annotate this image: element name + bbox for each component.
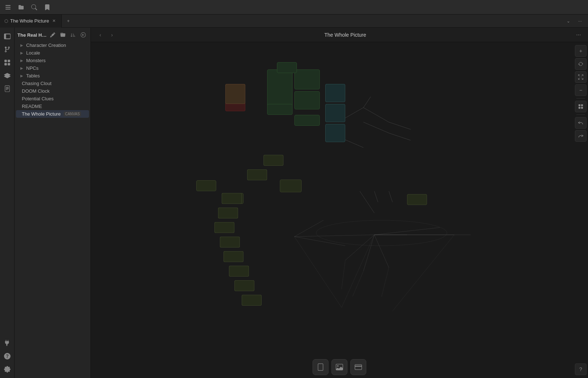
canvas-node-wide[interactable] bbox=[267, 104, 293, 115]
grid-view-button[interactable] bbox=[575, 101, 587, 112]
canvas-more-button[interactable]: ··· bbox=[573, 30, 584, 40]
sort-icon[interactable] bbox=[69, 31, 77, 39]
note-button[interactable] bbox=[313, 359, 329, 375]
content-area: ‹ › The Whole Picture ··· bbox=[91, 28, 588, 378]
bookmark-icon[interactable] bbox=[42, 2, 52, 12]
help-icon[interactable] bbox=[1, 350, 13, 362]
sidebar-section: ▶ Character Creation ▶ Locale ▶ Monsters… bbox=[15, 41, 90, 118]
canvas-node[interactable] bbox=[247, 169, 267, 180]
svg-line-7 bbox=[389, 122, 411, 129]
canvas-node-green2[interactable] bbox=[294, 69, 320, 89]
canvas-node[interactable] bbox=[234, 280, 254, 291]
nav-forward-button[interactable]: › bbox=[107, 30, 117, 40]
redo-button[interactable] bbox=[575, 130, 587, 142]
zoom-out-button[interactable]: − bbox=[575, 84, 587, 96]
zoom-fit-button[interactable] bbox=[575, 71, 587, 83]
svg-rect-1 bbox=[5, 7, 11, 8]
active-tab[interactable]: ⬡ The Whole Picture ✕ bbox=[0, 15, 62, 28]
svg-line-9 bbox=[363, 97, 371, 108]
plugin-icon[interactable] bbox=[1, 337, 13, 349]
chevron-right-icon: ▶ bbox=[20, 51, 25, 55]
canvas-node-green3[interactable] bbox=[294, 91, 320, 109]
sidebar-item-potential-clues[interactable]: Potential Clues bbox=[16, 95, 89, 102]
sidebar-item-npcs[interactable]: ▶ NPCs bbox=[16, 64, 89, 72]
sidebar-item-chasing-clout[interactable]: Chasing Clout bbox=[16, 80, 89, 87]
chevron-right-icon: ▶ bbox=[20, 43, 25, 47]
nav-back-button[interactable]: ‹ bbox=[95, 30, 105, 40]
sidebar-item-locale[interactable]: ▶ Locale bbox=[16, 49, 89, 57]
right-toolbar: + − bbox=[573, 42, 588, 378]
canvas-node[interactable] bbox=[225, 84, 245, 104]
sidebar-item-monsters[interactable]: ▶ Monsters bbox=[16, 57, 89, 64]
sidebar-item-label: Character Creation bbox=[26, 43, 86, 48]
new-note-icon[interactable] bbox=[48, 31, 57, 39]
git-branch-icon[interactable] bbox=[1, 44, 13, 55]
canvas-node[interactable] bbox=[223, 251, 243, 262]
sidebar-item-label: Tables bbox=[26, 73, 86, 79]
tab-collapse-icon[interactable]: ⌄ bbox=[563, 16, 573, 26]
chevron-right-icon: ▶ bbox=[20, 74, 25, 78]
sidebar-icon[interactable] bbox=[1, 31, 13, 42]
tab-more-icon[interactable]: ··· bbox=[575, 16, 585, 26]
svg-line-16 bbox=[294, 237, 345, 246]
settings-icon[interactable] bbox=[1, 363, 13, 375]
grid-icon[interactable] bbox=[1, 57, 13, 68]
canvas-node[interactable] bbox=[229, 266, 249, 277]
canvas-node-wide2[interactable] bbox=[294, 115, 320, 126]
undo-button[interactable] bbox=[575, 117, 587, 129]
svg-line-29 bbox=[382, 268, 389, 297]
svg-line-10 bbox=[360, 191, 367, 202]
canvas-node[interactable] bbox=[222, 193, 242, 204]
canvas-node-small[interactable] bbox=[277, 62, 297, 73]
svg-line-26 bbox=[392, 235, 454, 311]
canvas-node[interactable] bbox=[218, 208, 238, 218]
sidebar-item-readme[interactable]: README bbox=[16, 102, 89, 110]
card-button[interactable] bbox=[350, 359, 366, 375]
canvas-node[interactable] bbox=[242, 295, 262, 306]
canvas-node[interactable] bbox=[220, 237, 240, 248]
tabbar: ⬡ The Whole Picture ✕ + ⌄ ··· bbox=[0, 15, 588, 28]
canvas-node[interactable] bbox=[407, 194, 427, 205]
canvas-node-hub[interactable] bbox=[280, 180, 302, 192]
sidebar-item-doom-clock[interactable]: DOOM Clock bbox=[16, 87, 89, 95]
sidebar-item-character-creation[interactable]: ▶ Character Creation bbox=[16, 41, 89, 49]
sidebar-item-tables[interactable]: ▶ Tables bbox=[16, 72, 89, 80]
canvas-node-top-green[interactable] bbox=[267, 69, 293, 109]
canvas-node[interactable] bbox=[214, 222, 234, 233]
svg-line-24 bbox=[294, 237, 342, 307]
svg-line-25 bbox=[342, 235, 374, 307]
search-icon[interactable] bbox=[29, 2, 39, 12]
svg-rect-2 bbox=[5, 9, 11, 9]
zoom-in-button[interactable]: + bbox=[575, 45, 587, 57]
sidebar: The Real Housespouses o... bbox=[15, 28, 91, 378]
layers-icon[interactable] bbox=[1, 70, 13, 81]
new-folder-icon[interactable] bbox=[59, 31, 67, 39]
canvas-node-left[interactable] bbox=[196, 180, 216, 191]
sidebar-item-the-whole-picture[interactable]: The Whole Picture CANVAS bbox=[16, 110, 89, 118]
svg-line-8 bbox=[389, 133, 411, 140]
svg-line-18 bbox=[374, 228, 440, 235]
canvas-badge: CANVAS bbox=[64, 112, 81, 116]
svg-line-4 bbox=[363, 108, 389, 122]
canvas-node[interactable] bbox=[325, 124, 345, 142]
canvas-node[interactable] bbox=[263, 155, 283, 166]
pages-icon[interactable] bbox=[1, 83, 13, 94]
sidebar-item-canvas-label: The Whole Picture bbox=[22, 111, 61, 117]
canvas-node[interactable] bbox=[325, 84, 345, 102]
chevron-right-icon: ▶ bbox=[20, 66, 25, 70]
image-button[interactable] bbox=[331, 359, 347, 375]
open-file-icon[interactable] bbox=[16, 2, 26, 12]
sidebar-toggle-icon[interactable] bbox=[3, 2, 13, 12]
main-area: The Real Housespouses o... bbox=[0, 28, 588, 378]
new-tab-button[interactable]: + bbox=[63, 16, 73, 26]
svg-line-15 bbox=[294, 235, 374, 237]
tab-close-button[interactable]: ✕ bbox=[51, 18, 57, 24]
canvas-title: The Whole Picture bbox=[324, 32, 366, 38]
canvas-node[interactable] bbox=[325, 104, 345, 122]
reset-zoom-button[interactable] bbox=[575, 58, 587, 70]
svg-line-27 bbox=[342, 260, 345, 289]
collapse-icon[interactable] bbox=[79, 31, 88, 39]
svg-line-6 bbox=[363, 122, 389, 133]
canvas-area[interactable]: + − bbox=[91, 42, 588, 378]
svg-line-22 bbox=[363, 235, 374, 271]
